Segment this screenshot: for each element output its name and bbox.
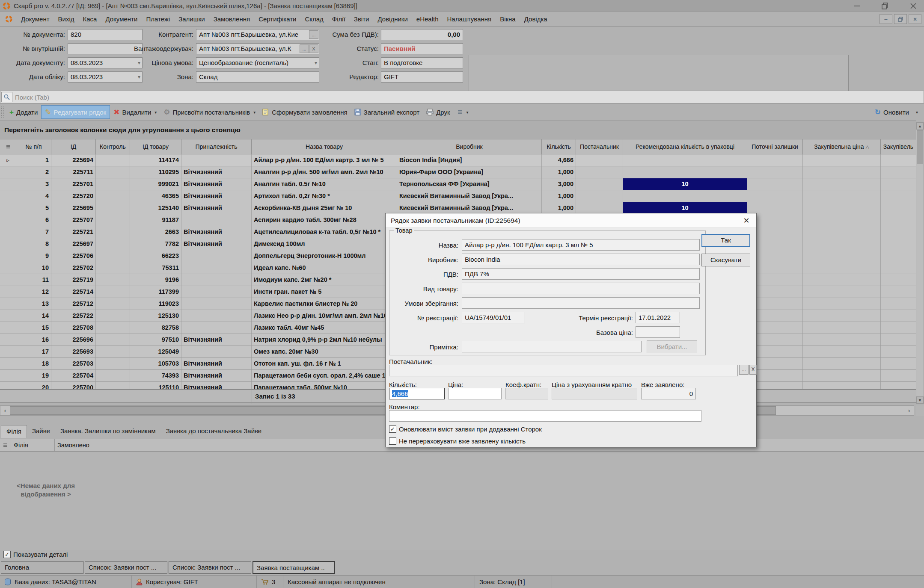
cell-price2[interactable] [881,310,916,322]
cell-tovar-id[interactable]: 97510 [130,334,181,346]
menu-item[interactable]: Довідка [520,12,552,27]
cell-tovar-id[interactable]: 9196 [130,274,181,286]
cell-npp[interactable]: 2 [16,166,51,178]
cell-price[interactable] [803,286,881,298]
cell-id[interactable]: 225720 [51,190,96,202]
scroll-right-icon[interactable]: › [904,406,914,415]
cell-price2[interactable] [881,178,916,190]
cell-stock[interactable] [747,166,803,178]
cell-id[interactable]: 225700 [51,382,96,389]
cell-stock[interactable] [747,190,803,202]
cell-npp[interactable]: 3 [16,178,51,190]
cell-npp[interactable]: 8 [16,238,51,250]
cell-price2[interactable] [881,250,916,262]
cell-control[interactable] [96,226,130,238]
cell-control[interactable] [96,274,130,286]
cell-id[interactable]: 225695 [51,202,96,214]
cell-price2[interactable] [881,202,916,214]
cell-npp[interactable]: 18 [16,358,51,369]
cell-name[interactable]: Лазикс табл. 40мг №45 [252,322,397,334]
cell-qty[interactable]: 4,666 [542,154,576,166]
cell-npp[interactable]: 17 [16,346,51,358]
supplier-field[interactable] [389,365,738,376]
reg-term-field[interactable]: 17.01.2022 [636,312,680,323]
cell-id[interactable]: 225721 [51,226,96,238]
show-details-checkbox[interactable]: ✓ [3,551,11,558]
restore-icon[interactable] [879,1,891,11]
cell-control[interactable] [96,310,130,322]
cell-price[interactable] [803,190,881,202]
cell-manuf[interactable]: Юрия-Фарм ООО [Украина] [397,166,542,178]
cell-price2[interactable] [881,154,916,166]
menu-item[interactable]: Звіти [350,12,374,27]
cell-manuf[interactable]: Biocon India [Индия] [397,154,542,166]
cell-rec-qty[interactable] [623,154,747,166]
cell-control[interactable] [96,238,130,250]
menu-item[interactable]: Документи [101,12,142,27]
cell-price2[interactable] [881,226,916,238]
cell-name[interactable]: Аспирин кардио табл. 300мг №28 [252,214,397,226]
cell-tovar-id[interactable]: 75311 [130,262,181,274]
column-chooser-icon[interactable] [0,139,16,154]
clear-button[interactable]: X [749,365,757,375]
cell-prin[interactable] [181,154,252,166]
cell-tovar-id[interactable]: 82758 [130,322,181,334]
cell-price[interactable] [803,250,881,262]
cell-id[interactable]: 225708 [51,322,96,334]
reg-no-field[interactable]: UA/15749/01/01 [462,312,525,323]
col-rec-qty[interactable]: Рекомендована кількість в упаковці [623,139,747,154]
manuf-field[interactable]: Biocon India [462,254,700,265]
ok-button[interactable]: Так [701,234,750,247]
comment-field[interactable] [389,410,701,422]
cell-price2[interactable] [881,238,916,250]
cell-prin[interactable] [181,322,252,334]
cell-id[interactable]: 225707 [51,214,96,226]
cell-name[interactable]: Аскорбинка-КВ дыня 25мг № 10 [252,202,397,214]
cell-price2[interactable] [881,298,916,310]
cell-name[interactable]: Натрия хлорид 0,9% р-р 2мл №10 небулы [252,334,397,346]
vat-field[interactable]: ПДВ 7% [462,268,700,280]
cell-prin[interactable] [181,250,252,262]
cell-npp[interactable]: 11 [16,274,51,286]
table-row[interactable]: 4 225720 46365 Вітчизняний Артихол табл.… [0,190,916,202]
menu-item[interactable]: Налаштування [443,12,496,27]
search-input[interactable] [12,94,924,101]
cell-control[interactable] [96,154,130,166]
menu-item[interactable]: Склад [300,12,327,27]
cell-price[interactable] [803,358,881,369]
cell-tovar-id[interactable]: 105703 [130,358,181,369]
cell-prin[interactable] [181,286,252,298]
dialog-title-bar[interactable]: Рядок заявки постачальникам (ID:225694) … [386,213,756,228]
col-control[interactable]: Контроль [96,139,130,154]
cell-qty[interactable]: 3,000 [542,178,576,190]
tab-zalyshky-zaminnyky[interactable]: Заявка. Залишки по замінникам [55,425,161,438]
cell-npp[interactable]: 12 [16,286,51,298]
cell-name[interactable]: Ототон кап. уш. фл. 16 г № 1 [252,358,397,369]
cell-prin[interactable] [181,214,252,226]
cell-id[interactable]: 225702 [51,262,96,274]
cell-id[interactable]: 225719 [51,274,96,286]
cell-control[interactable] [96,298,130,310]
edit-row-button[interactable]: ✎Редагувати рядок [41,105,110,119]
view-options-button[interactable]: ▾ [454,105,472,119]
cancel-button[interactable]: Скасувати [701,254,750,266]
wintab-list-1[interactable]: Список: Заявки пост ... [85,561,167,574]
cell-id[interactable]: 225704 [51,370,96,381]
cell-prin[interactable]: Вітчизняний [181,166,252,178]
qty-field[interactable]: 4,666 [389,388,445,399]
wintab-current[interactable]: Заявка поставщикам .. [253,561,335,574]
cell-prin[interactable] [181,310,252,322]
cell-npp[interactable]: 16 [16,334,51,346]
menu-item[interactable]: Вихід [54,12,79,27]
cell-price[interactable] [803,382,881,389]
cell-price[interactable] [803,226,881,238]
cell-price[interactable] [803,238,881,250]
cell-tovar-id[interactable]: 110295 [130,166,181,178]
cell-id[interactable]: 225697 [51,238,96,250]
cell-control[interactable] [96,322,130,334]
cell-prin[interactable]: Вітчизняний [181,370,252,381]
vscroll-thumb[interactable] [917,130,923,164]
cell-tovar-id[interactable]: 125110 [130,382,181,389]
menu-item[interactable]: eHealth [412,12,443,27]
cell-name[interactable]: Артихол табл. 0,2г №30 * [252,190,397,202]
